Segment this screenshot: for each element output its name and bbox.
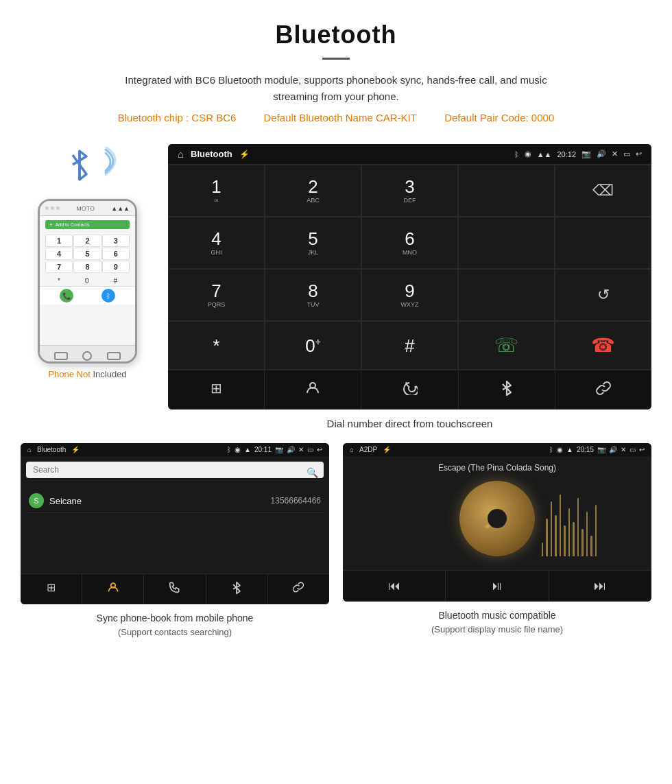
bottom-btn-link[interactable]: [555, 370, 651, 409]
bottom-btn-contacts[interactable]: [265, 370, 361, 409]
pb-btn-phone[interactable]: [144, 574, 206, 604]
pb-btn-link[interactable]: [268, 574, 329, 604]
music-play-pause-button[interactable]: ⏯: [446, 571, 549, 602]
key-redial[interactable]: ↺: [555, 269, 651, 321]
phone-nav-apps[interactable]: [107, 352, 121, 360]
music-vol-icon[interactable]: 🔊: [609, 446, 617, 453]
phone-key-4[interactable]: 4: [45, 248, 73, 260]
phone-key-7[interactable]: 7: [45, 261, 73, 273]
pb-vol-icon[interactable]: 🔊: [287, 446, 295, 453]
key-5[interactable]: 5JKL: [265, 217, 361, 269]
pb-status-right: ᛒ ◉ ▲ 20:11 📷 🔊 ✕ ▭ ↩: [227, 446, 322, 453]
key-star[interactable]: *: [168, 321, 265, 370]
phone-key-8[interactable]: 8: [73, 261, 101, 273]
car-status-bar: Bluetooth ⚡ ᛒ ◉ ▲▲ 20:12 📷 🔊 ✕ ▭ ↩: [168, 144, 651, 164]
volume-icon[interactable]: 🔊: [597, 150, 606, 158]
contact-name: Seicane: [49, 496, 271, 506]
contact-avatar: S: [29, 493, 44, 508]
window-icon[interactable]: ▭: [623, 150, 630, 158]
pb-btn-grid[interactable]: ⊞: [21, 574, 82, 604]
key-hash[interactable]: #: [361, 321, 458, 370]
pb-title: Bluetooth: [37, 446, 66, 453]
music-camera-icon[interactable]: 📷: [597, 446, 605, 453]
wifi-arcs-icon: [86, 147, 119, 182]
key-0[interactable]: 0+: [265, 321, 361, 370]
spec-name: Default Bluetooth Name CAR-KIT: [264, 112, 417, 123]
phone-screen: +Add to Contacts 1 2 3 4 5 6 7 8 9 * 0 #: [40, 220, 135, 345]
phonebook-status-bar: ⌂ Bluetooth ⚡ ᛒ ◉ ▲ 20:11 📷 🔊 ✕ ▭ ↩: [21, 443, 329, 456]
car-screen-dialpad: Bluetooth ⚡ ᛒ ◉ ▲▲ 20:12 📷 🔊 ✕ ▭ ↩: [168, 144, 651, 409]
music-caption: Bluetooth music compatible (Support disp…: [431, 608, 563, 637]
phone-key-1[interactable]: 1: [45, 235, 73, 247]
bt-status-icon: ᛒ: [514, 150, 519, 158]
album-art: ♪: [459, 481, 535, 556]
close-icon[interactable]: ✕: [612, 150, 618, 158]
eq-bar: [581, 529, 583, 556]
pb-btn-bluetooth[interactable]: [206, 574, 268, 604]
song-title: Escape (The Pina Colada Song): [350, 463, 645, 473]
phonebook-search-input[interactable]: [26, 462, 324, 478]
eq-bar: [577, 498, 579, 556]
phonebook-caption-sub: (Support contacts searching): [97, 626, 254, 639]
music-home-icon[interactable]: ⌂: [350, 446, 354, 453]
location-icon: ◉: [525, 150, 531, 158]
phone-key-3[interactable]: 3: [102, 235, 130, 247]
bottom-btn-bluetooth[interactable]: [459, 370, 555, 409]
pb-btn-contacts[interactable]: [82, 574, 144, 604]
phone-nav-back[interactable]: [54, 352, 68, 360]
key-8[interactable]: 8TUV: [265, 269, 361, 321]
key-7[interactable]: 7PQRS: [168, 269, 265, 321]
contact-entry[interactable]: S Seicane 13566664466: [26, 489, 324, 513]
signal-icon: ▲▲: [537, 150, 552, 158]
camera-icon[interactable]: 📷: [581, 150, 591, 158]
music-close-icon[interactable]: ✕: [621, 446, 626, 453]
music-prev-button[interactable]: ⏮: [343, 571, 446, 602]
phone-add-contacts: +Add to Contacts: [45, 220, 130, 229]
music-back-icon[interactable]: ↩: [639, 446, 645, 453]
pb-back-icon[interactable]: ↩: [317, 446, 322, 453]
pb-home-icon[interactable]: ⌂: [27, 446, 32, 453]
key-end[interactable]: ☎: [555, 321, 651, 370]
bottom-btn-phone[interactable]: [361, 370, 458, 409]
key-3[interactable]: 3DEF: [361, 165, 458, 217]
music-window-icon[interactable]: ▭: [629, 446, 636, 453]
key-1[interactable]: 1∞: [168, 165, 265, 217]
eq-bar: [586, 512, 588, 556]
key-2[interactable]: 2ABC: [265, 165, 361, 217]
phone-action-bt[interactable]: ᛒ: [101, 289, 115, 302]
home-icon[interactable]: [178, 148, 184, 160]
phonebook-screen-container: ⌂ Bluetooth ⚡ ᛒ ◉ ▲ 20:11 📷 🔊 ✕ ▭ ↩: [21, 443, 329, 639]
phone-key-2[interactable]: 2: [73, 235, 101, 247]
page-title: Bluetooth: [14, 21, 658, 49]
phone-nav-home[interactable]: [82, 351, 92, 361]
music-controls: ⏮ ⏯ ⏭: [343, 570, 651, 602]
pb-close-icon[interactable]: ✕: [298, 446, 304, 453]
back-icon[interactable]: ↩: [636, 150, 642, 158]
phone-key-0[interactable]: 0: [85, 277, 89, 285]
key-9[interactable]: 9WXYZ: [361, 269, 458, 321]
phone-key-star[interactable]: *: [58, 277, 60, 285]
phone-key-hash[interactable]: #: [113, 277, 117, 285]
key-4[interactable]: 4GHI: [168, 217, 265, 269]
pb-camera-icon[interactable]: 📷: [275, 446, 283, 453]
key-6[interactable]: 6MNO: [361, 217, 458, 269]
bluetooth-wireless-area: [53, 144, 122, 192]
phone-call-button[interactable]: 📞: [60, 289, 73, 302]
eq-bar: [573, 522, 574, 556]
key-backspace[interactable]: ⌫: [555, 165, 651, 217]
music-next-button[interactable]: ⏭: [549, 571, 651, 602]
eq-bar: [568, 508, 570, 556]
phone-key-9[interactable]: 9: [102, 261, 130, 273]
eq-bar: [551, 501, 552, 556]
pb-window-icon[interactable]: ▭: [307, 446, 313, 453]
phone-key-6[interactable]: 6: [102, 248, 130, 260]
page-title-section: Bluetooth Integrated with BC6 Bluetooth …: [0, 0, 672, 144]
bottom-row: ⌂ Bluetooth ⚡ ᛒ ◉ ▲ 20:11 📷 🔊 ✕ ▭ ↩: [0, 429, 672, 660]
phonebook-bottom-bar: ⊞: [21, 573, 329, 604]
phone-bottom-bar: [40, 345, 135, 364]
car-screen-area: Bluetooth ⚡ ᛒ ◉ ▲▲ 20:12 📷 🔊 ✕ ▭ ↩: [168, 144, 651, 429]
phone-key-5[interactable]: 5: [73, 248, 101, 260]
key-empty-4: [458, 269, 555, 321]
bottom-btn-grid[interactable]: ⊞: [168, 370, 265, 409]
key-call[interactable]: ☏: [458, 321, 555, 370]
